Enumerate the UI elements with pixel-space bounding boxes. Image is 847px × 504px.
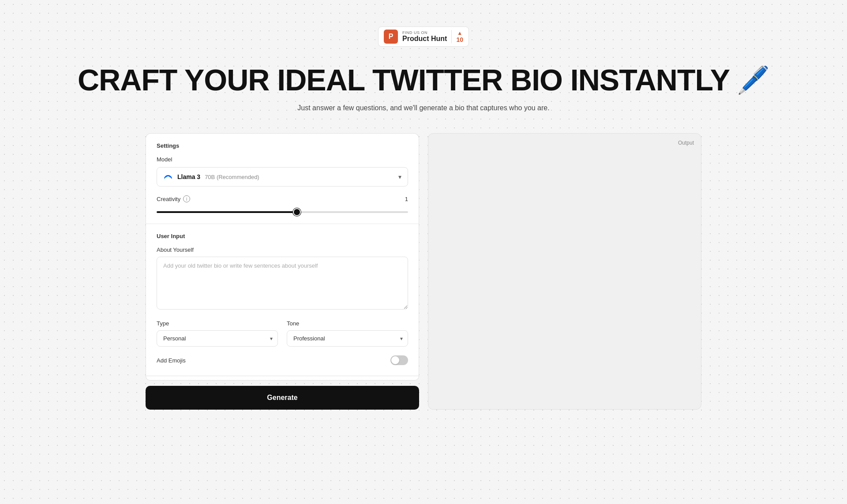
tone-select[interactable]: Professional Casual Friendly Formal bbox=[287, 330, 408, 347]
hero-title-text: CRAFT YOUR IDEAL TWITTER BIO INSTANTLY bbox=[78, 63, 730, 97]
output-panel: Output bbox=[428, 133, 701, 410]
main-content: Settings Model Llama 3 70B (Recommended) bbox=[146, 133, 701, 410]
tone-select-wrapper: Professional Casual Friendly Formal ▾ bbox=[287, 330, 408, 347]
creativity-row: Creativity i 1 bbox=[157, 195, 408, 202]
output-label: Output bbox=[678, 140, 694, 146]
meta-icon bbox=[163, 172, 173, 182]
emoji-label: Add Emojis bbox=[157, 357, 186, 364]
emoji-toggle[interactable] bbox=[390, 355, 408, 365]
creativity-value: 1 bbox=[405, 196, 408, 202]
about-textarea[interactable] bbox=[157, 257, 408, 310]
slider-container bbox=[157, 207, 408, 215]
type-select-wrapper: Personal Professional Creative Humorous … bbox=[157, 330, 278, 347]
product-hunt-badge[interactable]: P FIND US ON Product Hunt ▲ 10 bbox=[378, 26, 469, 47]
tone-col: Tone Professional Casual Friendly Formal… bbox=[287, 320, 408, 347]
settings-card: Settings Model Llama 3 70B (Recommended) bbox=[146, 133, 419, 224]
upvote-count: 10 bbox=[456, 36, 463, 43]
creativity-slider[interactable] bbox=[157, 211, 408, 213]
type-select[interactable]: Personal Professional Creative Humorous bbox=[157, 330, 278, 347]
type-col: Type Personal Professional Creative Humo… bbox=[157, 320, 278, 347]
hero-title: CRAFT YOUR IDEAL TWITTER BIO INSTANTLY 🖊… bbox=[78, 63, 769, 97]
bottom-border-card bbox=[146, 376, 419, 381]
settings-label: Settings bbox=[157, 142, 408, 149]
creativity-label: Creativity i bbox=[157, 195, 190, 202]
tone-label: Tone bbox=[287, 320, 408, 327]
emoji-row: Add Emojis bbox=[157, 355, 408, 367]
model-label: Model bbox=[157, 156, 408, 163]
model-detail: 70B (Recommended) bbox=[205, 174, 259, 180]
creativity-info-icon[interactable]: i bbox=[183, 195, 190, 202]
product-hunt-text-group: FIND US ON Product Hunt bbox=[402, 30, 447, 43]
product-hunt-upvotes: ▲ 10 bbox=[451, 30, 463, 43]
model-select[interactable]: Llama 3 70B (Recommended) ▾ bbox=[157, 167, 408, 187]
pencil-emoji: 🖊️ bbox=[737, 64, 769, 96]
toggle-knob bbox=[391, 356, 399, 364]
type-label: Type bbox=[157, 320, 278, 327]
creativity-text: Creativity bbox=[157, 196, 180, 202]
hero-subtitle: Just answer a few questions, and we'll g… bbox=[297, 104, 549, 112]
about-label: About Yourself bbox=[157, 246, 408, 253]
upvote-arrow-icon: ▲ bbox=[457, 30, 462, 36]
model-select-inner: Llama 3 70B (Recommended) bbox=[163, 172, 259, 182]
model-name: Llama 3 bbox=[177, 173, 200, 180]
product-hunt-name: Product Hunt bbox=[402, 35, 447, 43]
product-hunt-find-us: FIND US ON bbox=[402, 30, 447, 35]
user-input-card: User Input About Yourself Type Personal … bbox=[146, 224, 419, 376]
model-chevron-icon: ▾ bbox=[398, 173, 401, 180]
left-panel: Settings Model Llama 3 70B (Recommended) bbox=[146, 133, 419, 410]
product-hunt-icon: P bbox=[384, 30, 398, 44]
user-input-label: User Input bbox=[157, 233, 408, 239]
generate-button[interactable]: Generate bbox=[146, 386, 419, 410]
page-wrapper: P FIND US ON Product Hunt ▲ 10 CRAFT YOU… bbox=[0, 0, 847, 504]
type-tone-row: Type Personal Professional Creative Humo… bbox=[157, 320, 408, 347]
